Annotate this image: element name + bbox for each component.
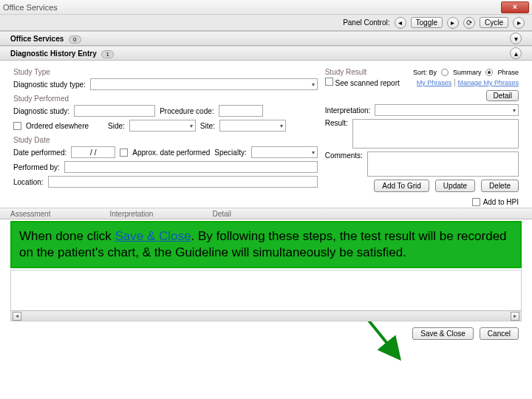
result-label: Result: xyxy=(325,119,348,127)
update-button[interactable]: Update xyxy=(435,180,475,192)
panel-control-label: Panel Control: xyxy=(343,18,389,27)
site-label: Site: xyxy=(200,122,215,130)
save-close-button[interactable]: Save & Close xyxy=(412,327,474,340)
section-office-services: Office Services 0 ▾ xyxy=(0,31,532,46)
delete-button[interactable]: Delete xyxy=(481,180,519,192)
ordered-elsewhere-checkbox[interactable] xyxy=(13,122,21,130)
comments-textarea[interactable] xyxy=(367,151,519,177)
cancel-button[interactable]: Cancel xyxy=(480,327,519,340)
specialty-label: Specialty: xyxy=(214,149,246,157)
grid-col-interpretation: Interpretation xyxy=(109,210,212,218)
performed-by-input[interactable] xyxy=(64,161,318,173)
panel-prev-button[interactable]: ◂ xyxy=(395,17,406,29)
scroll-left-button[interactable]: ◂ xyxy=(13,312,21,321)
close-icon: × xyxy=(513,3,517,11)
study-result-group-label: Study Result xyxy=(325,68,367,76)
section-diag-history: Diagnostic History Entry 1 ▴ xyxy=(0,46,532,61)
interpretation-label: Interpretation: xyxy=(325,106,371,115)
result-textarea[interactable] xyxy=(352,119,519,149)
sort-summary-label: Summary xyxy=(453,69,482,76)
site-dropdown[interactable] xyxy=(219,120,286,132)
procedure-code-input[interactable] xyxy=(219,105,263,117)
add-hpi-row: Add to HPI xyxy=(0,197,532,208)
scroll-right-button[interactable]: ▸ xyxy=(511,312,519,321)
grid-col-assessment: Assessment xyxy=(10,210,109,218)
performed-by-label: Performed by: xyxy=(13,163,60,171)
diag-history-form: Study Type Diagnostic study type: Study … xyxy=(0,61,532,197)
procedure-code-label: Procedure code: xyxy=(160,107,214,115)
section-count-badge: 1 xyxy=(101,50,113,58)
callout-save-close-text: Save & Close xyxy=(115,229,191,243)
study-performed-group-label: Study Performed xyxy=(13,95,318,103)
add-hpi-checkbox[interactable] xyxy=(472,198,480,206)
section-collapse-button[interactable]: ▴ xyxy=(510,47,522,59)
date-performed-input[interactable] xyxy=(71,146,115,158)
interpretation-dropdown[interactable] xyxy=(375,104,519,116)
sort-phrase-label: Phrase xyxy=(497,69,519,76)
form-left-column: Study Type Diagnostic study type: Study … xyxy=(13,68,318,192)
window-titlebar: Office Services × xyxy=(0,0,532,15)
add-to-grid-button[interactable]: Add To Grid xyxy=(374,180,429,192)
horizontal-scrollbar[interactable]: ◂ ▸ xyxy=(11,310,521,321)
panel-refresh-button[interactable]: ⟳ xyxy=(463,17,475,29)
grid-columns-bar: Assessment Interpretation Detail xyxy=(0,208,532,219)
see-scanned-label: See scanned report xyxy=(335,79,399,87)
diag-study-type-label: Diagnostic study type: xyxy=(13,81,86,89)
date-performed-label: Date performed: xyxy=(13,149,66,157)
side-label: Side: xyxy=(108,122,125,130)
sort-by-label: Sort: By xyxy=(413,69,437,76)
diag-study-input[interactable] xyxy=(74,105,155,117)
manage-phrases-link[interactable]: Manage My Phrases xyxy=(457,79,519,86)
approx-date-label: Approx. date performed xyxy=(132,149,210,157)
my-phrases-link[interactable]: My Phrases xyxy=(417,79,452,86)
panel-toggle-button[interactable]: Toggle xyxy=(411,17,443,28)
study-type-group-label: Study Type xyxy=(13,68,318,76)
study-date-group-label: Study Date xyxy=(13,136,318,144)
specialty-dropdown[interactable] xyxy=(251,146,318,158)
panel-next-button[interactable]: ▸ xyxy=(447,17,459,29)
dialog-footer: Save & Close Cancel xyxy=(0,321,532,346)
location-label: Location: xyxy=(13,178,44,186)
diag-study-label: Diagnostic study: xyxy=(13,107,69,115)
location-input[interactable] xyxy=(48,176,318,188)
form-right-column: Study Result Sort: By Summary Phrase See… xyxy=(325,68,519,192)
grid-list-area: ◂ ▸ xyxy=(10,270,522,321)
section-count-badge: 0 xyxy=(69,35,81,44)
section-title: Office Services xyxy=(10,35,64,43)
side-dropdown[interactable] xyxy=(129,120,196,132)
panel-control-bar: Panel Control: ◂ Toggle ▸ ⟳ Cycle ▸ xyxy=(0,15,532,31)
sort-phrase-radio[interactable] xyxy=(485,69,493,76)
window-close-button[interactable]: × xyxy=(501,1,529,13)
comments-label: Comments: xyxy=(325,151,363,160)
callout-text-pre: When done click xyxy=(19,229,115,243)
grid-col-detail: Detail xyxy=(212,210,290,218)
diag-study-type-dropdown[interactable] xyxy=(90,78,318,90)
panel-cycle-button[interactable]: Cycle xyxy=(480,17,508,28)
approx-date-checkbox[interactable] xyxy=(120,149,128,157)
section-title: Diagnostic History Entry xyxy=(10,50,97,58)
sort-summary-radio[interactable] xyxy=(441,69,449,76)
detail-button[interactable]: Detail xyxy=(486,90,519,101)
add-hpi-label: Add to HPI xyxy=(483,198,519,206)
window-title: Office Services xyxy=(3,3,58,12)
ordered-elsewhere-label: Ordered elsewhere xyxy=(26,122,89,130)
section-expand-button[interactable]: ▾ xyxy=(510,33,522,44)
see-scanned-checkbox[interactable] xyxy=(325,78,333,86)
panel-cycle-next-button[interactable]: ▸ xyxy=(513,17,525,29)
instruction-callout: When done click Save & Close. By followi… xyxy=(10,221,522,268)
